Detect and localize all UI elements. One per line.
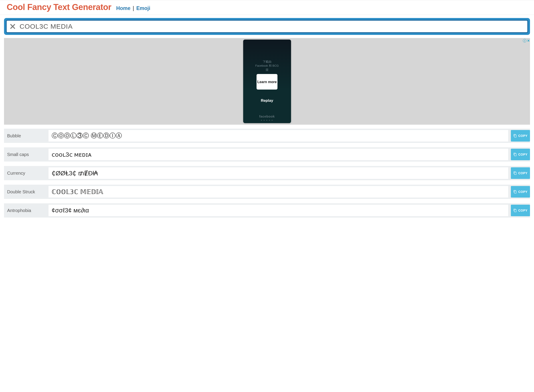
copy-button-label: COPY [518, 190, 528, 194]
copy-button[interactable]: COPY [511, 186, 530, 198]
result-style-label: Currency [4, 166, 48, 180]
results-list: BubbleⒸⓄⓄⓁ③Ⓒ ⓂⒺⒹⒾⒶCOPYSmall capsᴄᴏᴏʟ3ᴄ ᴍ… [4, 129, 530, 218]
nav-home-link[interactable]: Home [115, 5, 131, 11]
copy-button-label: COPY [518, 134, 528, 138]
result-output-text[interactable]: ℂ𝕆𝕆𝕃𝟛ℂ 𝕄𝔼𝔻𝕀𝔸 [48, 186, 508, 198]
copy-button-label: COPY [518, 209, 528, 212]
result-row: Antrophobia¢σσℓ3¢ мє∂ιαCOPY [4, 203, 530, 218]
copy-button[interactable]: COPY [511, 167, 530, 179]
page-title: Cool Fancy Text Generator [7, 2, 111, 12]
ad-dots: ● ● ● ● ● [261, 119, 273, 121]
ad-faint-line1: 下載由 [255, 60, 279, 64]
copy-icon [513, 134, 517, 138]
result-row: Small capsᴄᴏᴏʟ3ᴄ ᴍᴇᴅɪᴀCOPY [4, 147, 530, 162]
ad-learn-more-button[interactable]: Learn more [257, 74, 277, 89]
ad-card: 下載由 Facebook 和 BCG 提 Learn more Replay f… [243, 40, 291, 123]
result-style-label: Antrophobia [4, 203, 48, 218]
ad-banner: i × 下載由 Facebook 和 BCG 提 Learn more Repl… [4, 38, 530, 125]
result-style-label: Small caps [4, 147, 48, 162]
copy-button-label: COPY [518, 153, 528, 156]
close-icon [10, 23, 16, 29]
top-nav: Home | Emoji [115, 5, 151, 11]
result-style-label: Bubble [4, 129, 48, 143]
result-style-label: Double Struck [4, 185, 48, 199]
result-output-text[interactable]: ¢σσℓ3¢ мє∂ια [48, 205, 508, 216]
ad-brand-label: facebook [259, 114, 275, 118]
copy-icon [513, 171, 517, 175]
ad-faint-text: 下載由 Facebook 和 BCG 提 [255, 60, 279, 72]
ad-faint-line3: 提 [255, 68, 279, 72]
result-row: BubbleⒸⓄⓄⓁ③Ⓒ ⓂⒺⒹⒾⒶCOPY [4, 129, 530, 143]
ad-replay-button[interactable]: Replay [261, 98, 273, 103]
header-bar: Cool Fancy Text Generator Home | Emoji [0, 0, 534, 15]
main-text-input[interactable] [19, 23, 525, 30]
copy-button[interactable]: COPY [511, 130, 530, 142]
result-output-text[interactable]: ₵ØØⱠ3₵ ₥ɆĐł₳ [48, 167, 508, 179]
result-row: Currency₵ØØⱠ3₵ ₥ɆĐł₳COPY [4, 166, 530, 180]
ad-close-icon[interactable]: × [527, 39, 530, 42]
input-inner [6, 20, 528, 33]
result-row: Double Struckℂ𝕆𝕆𝕃𝟛ℂ 𝕄𝔼𝔻𝕀𝔸COPY [4, 185, 530, 199]
input-container [4, 18, 530, 35]
ad-info-icon[interactable]: i [523, 39, 526, 42]
copy-icon [513, 190, 517, 194]
clear-input-button[interactable] [9, 23, 16, 30]
copy-button[interactable]: COPY [511, 205, 530, 216]
nav-separator: | [131, 5, 135, 11]
copy-icon [513, 153, 517, 156]
ad-faint-line2: Facebook 和 BCG [255, 64, 279, 68]
copy-button-label: COPY [518, 171, 528, 175]
copy-button[interactable]: COPY [511, 149, 530, 160]
result-output-text[interactable]: ⒸⓄⓄⓁ③Ⓒ ⓂⒺⒹⒾⒶ [48, 130, 508, 142]
nav-emoji-link[interactable]: Emoji [135, 5, 151, 11]
copy-icon [513, 209, 517, 212]
ad-controls: i × [523, 39, 530, 42]
result-output-text[interactable]: ᴄᴏᴏʟ3ᴄ ᴍᴇᴅɪᴀ [48, 149, 508, 160]
